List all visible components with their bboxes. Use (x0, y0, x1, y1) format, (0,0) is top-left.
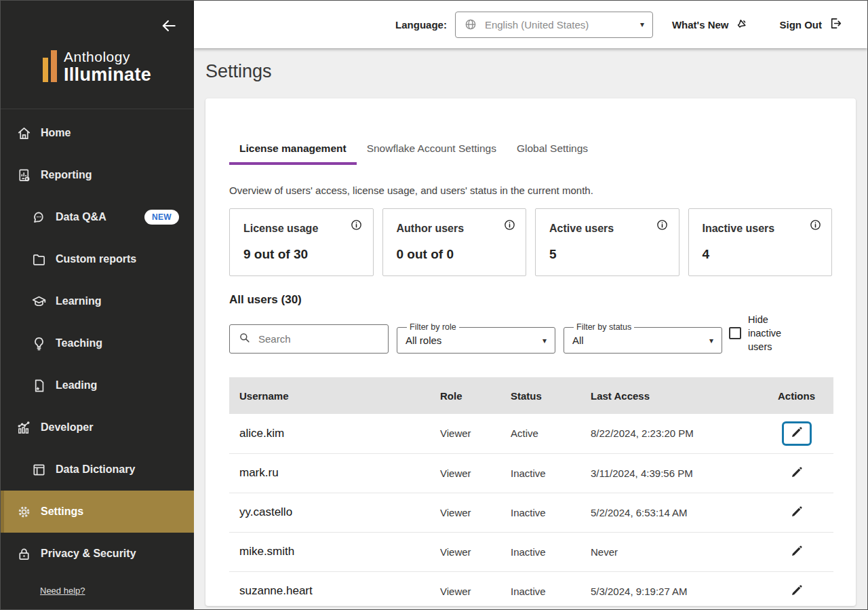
stat-value: 0 out of 0 (397, 247, 513, 262)
stat-value: 9 out of 30 (243, 247, 359, 262)
column-header-last-access: Last Access (580, 377, 760, 414)
sidebar-item-home[interactable]: Home (1, 112, 194, 154)
whats-new-button[interactable]: What's New (672, 16, 749, 33)
stat-value: 5 (549, 247, 665, 262)
sidebar-item-label: Reporting (41, 169, 92, 181)
cell-username: mark.ru (229, 453, 430, 493)
cell-actions (760, 532, 833, 571)
info-icon[interactable] (656, 218, 669, 232)
page-title: Settings (205, 61, 856, 82)
filter-by-status-value: All (572, 335, 709, 346)
home-icon (16, 125, 32, 141)
column-header-status: Status (500, 377, 580, 414)
edit-user-button[interactable] (782, 579, 812, 603)
sign-out-icon (822, 16, 842, 33)
anthology-illuminate-logo: Anthology Illuminate (43, 50, 151, 84)
sidebar-item-data-dictionary[interactable]: Data Dictionary (1, 449, 194, 491)
sidebar: Anthology Illuminate HomeReportingData Q… (1, 1, 194, 609)
cell-status: Inactive (500, 493, 580, 532)
sidebar-item-label: Data Q&A (56, 211, 106, 223)
column-header-role: Role (430, 377, 500, 414)
main-area: Language: English (United States) ▾ What… (194, 1, 867, 609)
tab-global-settings[interactable]: Global Settings (507, 136, 598, 165)
cell-status: Active (500, 414, 580, 453)
stat-value: 4 (703, 247, 818, 262)
sidebar-item-settings[interactable]: Settings (1, 491, 194, 533)
cell-username: suzanne.heart (229, 571, 430, 606)
info-icon[interactable] (502, 218, 516, 232)
pencil-icon (790, 584, 804, 599)
stat-card-active-users: Active users5 (535, 208, 679, 276)
sidebar-item-label: Home (41, 127, 71, 139)
sidebar-item-label: Data Dictionary (56, 463, 135, 476)
filter-by-role-select[interactable]: Filter by role All roles ▾ (397, 322, 555, 354)
settings-card: License managementSnowflake Account Sett… (205, 98, 856, 606)
sidebar-item-privacy-security[interactable]: Privacy & Security (1, 533, 194, 575)
all-users-heading: All users (30) (229, 293, 832, 307)
cell-role: Viewer (430, 453, 500, 493)
sidebar-item-label: Leading (56, 379, 97, 392)
sidebar-item-leading[interactable]: Leading (1, 364, 194, 406)
sidebar-item-label: Custom reports (56, 253, 136, 265)
cell-last-access: 8/22/2024, 2:23:20 PM (580, 414, 760, 453)
edit-user-button[interactable] (782, 539, 812, 564)
lock-icon (16, 546, 32, 562)
chat-icon (31, 209, 47, 225)
filter-by-role-value: All roles (406, 335, 542, 346)
sidebar-nav: HomeReportingData Q&ANEWCustom reportsLe… (1, 109, 194, 575)
cell-role: Viewer (430, 571, 500, 606)
edit-user-button[interactable] (782, 500, 812, 525)
table-row: mark.ruViewerInactive3/11/2024, 4:39:56 … (229, 453, 833, 493)
sidebar-item-learning[interactable]: Learning (1, 280, 194, 322)
sidebar-item-reporting[interactable]: Reporting (1, 154, 194, 196)
language-value: English (United States) (485, 19, 640, 31)
new-badge: NEW (144, 210, 179, 225)
folder-icon (31, 251, 47, 267)
back-arrow-icon (160, 26, 178, 37)
hide-inactive-users-label[interactable]: Hide inactive users (748, 313, 789, 354)
brand-product: Illuminate (64, 66, 151, 84)
sign-out-button[interactable]: Sign Out (780, 16, 843, 33)
edit-user-button[interactable] (782, 421, 812, 446)
need-help-link[interactable]: Need help? (40, 586, 194, 596)
cell-role: Viewer (430, 414, 500, 453)
cell-last-access: 5/2/2024, 6:53:14 AM (580, 493, 760, 532)
edit-user-button[interactable] (782, 461, 812, 485)
search-icon (238, 331, 258, 347)
sidebar-item-developer[interactable]: Developer (1, 406, 194, 449)
book-icon (31, 461, 47, 478)
info-icon[interactable] (350, 218, 363, 232)
language-dropdown[interactable]: English (United States) ▾ (455, 12, 653, 38)
hide-inactive-users-checkbox[interactable] (729, 327, 741, 339)
pencil-icon (790, 505, 804, 520)
pencil-icon (790, 465, 804, 481)
pencil-icon (790, 425, 804, 441)
sidebar-item-teaching[interactable]: Teaching (1, 322, 194, 364)
cell-username: mike.smith (229, 532, 430, 571)
search-input-wrapper (229, 324, 389, 354)
tab-snowflake-account-settings[interactable]: Snowflake Account Settings (357, 136, 507, 165)
sidebar-item-custom-reports[interactable]: Custom reports (1, 238, 194, 280)
info-icon[interactable] (808, 218, 822, 232)
pencil-icon (790, 544, 804, 560)
table-row: mike.smithViewerInactiveNever (229, 532, 833, 571)
sidebar-item-data-q-a[interactable]: Data Q&ANEW (1, 196, 194, 238)
cell-actions (760, 571, 833, 606)
sidebar-item-label: Learning (56, 295, 102, 307)
cell-role: Viewer (430, 532, 500, 571)
cell-last-access: 3/11/2024, 4:39:56 PM (580, 453, 760, 493)
chart-icon (16, 419, 32, 436)
globe-icon (464, 18, 477, 31)
megaphone-icon (729, 16, 749, 33)
filter-by-status-label: Filter by status (574, 322, 634, 332)
filter-by-status-select[interactable]: Filter by status All ▾ (564, 322, 722, 354)
tab-license-management[interactable]: License management (229, 136, 357, 165)
column-header-username: Username (229, 377, 430, 414)
whats-new-label: What's New (672, 19, 729, 31)
topbar: Language: English (United States) ▾ What… (194, 1, 867, 48)
stat-label: Active users (549, 223, 665, 235)
collapse-sidebar-button[interactable] (160, 17, 178, 35)
sidebar-header: Anthology Illuminate (1, 1, 194, 109)
search-input[interactable] (258, 333, 380, 345)
cell-status: Inactive (500, 532, 580, 571)
